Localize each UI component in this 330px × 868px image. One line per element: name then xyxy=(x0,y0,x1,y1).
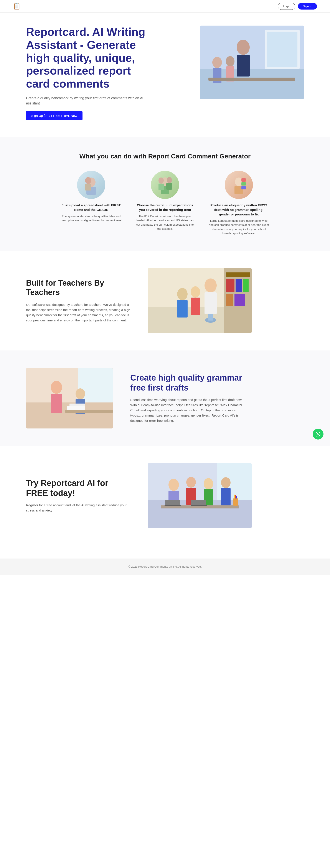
svg-point-6 xyxy=(212,57,222,68)
logo-icon: 📋 xyxy=(13,3,21,10)
feature-desc-1: The system understands the qualifier tab… xyxy=(61,214,121,223)
svg-rect-14 xyxy=(85,184,91,190)
try-desc: Register for a free account and let the … xyxy=(26,503,130,513)
svg-rect-3 xyxy=(267,32,297,67)
hero-subtitle: Create a quality benchmark by writing yo… xyxy=(26,96,148,106)
svg-point-8 xyxy=(226,56,235,66)
hero-text: Reportcard. AI Writing Assistant - Gener… xyxy=(26,26,148,120)
svg-point-17 xyxy=(159,178,164,184)
svg-rect-7 xyxy=(213,68,221,83)
svg-rect-24 xyxy=(241,182,246,186)
svg-rect-67 xyxy=(191,500,206,506)
svg-rect-51 xyxy=(67,406,85,410)
svg-rect-50 xyxy=(65,410,113,413)
footer: © 2023 Report Card Comments Online. All … xyxy=(0,559,330,575)
hero-section: Reportcard. AI Writing Assistant - Gener… xyxy=(0,12,330,137)
svg-rect-40 xyxy=(191,298,200,315)
quality-desc: Spend less time worrying about reports a… xyxy=(130,397,243,423)
svg-rect-10 xyxy=(209,78,295,81)
svg-point-35 xyxy=(204,279,217,292)
quality-title: Create high quality grammar free first d… xyxy=(130,373,243,393)
svg-point-56 xyxy=(168,479,179,491)
quality-image xyxy=(26,368,113,429)
quality-section: Create high quality grammar free first d… xyxy=(0,350,330,446)
svg-rect-20 xyxy=(166,183,172,190)
svg-rect-36 xyxy=(204,292,217,314)
feature-title-2: Choose the curriculum expectations you c… xyxy=(135,203,195,212)
svg-rect-63 xyxy=(221,488,230,505)
svg-rect-66 xyxy=(165,505,181,506)
svg-point-37 xyxy=(177,288,188,300)
feature-image-2 xyxy=(151,171,179,199)
quality-text: Create high quality grammar free first d… xyxy=(130,373,243,423)
svg-rect-32 xyxy=(243,279,249,292)
feature-image-3 xyxy=(225,171,253,199)
hero-title: Reportcard. AI Writing Assistant - Gener… xyxy=(26,26,148,90)
feature-title-3: Produce an eloquently written FIRST draf… xyxy=(209,203,269,217)
features-heading: What you can do with Report Card Comment… xyxy=(26,153,304,160)
svg-rect-42 xyxy=(208,314,213,320)
svg-point-60 xyxy=(204,478,213,489)
svg-rect-69 xyxy=(233,498,238,506)
teachers-section: Built for Teachers By Teachers Our softw… xyxy=(0,251,330,350)
svg-rect-68 xyxy=(191,505,207,506)
svg-rect-70 xyxy=(234,495,235,498)
try-title: Try Reportcard AI for FREE today! xyxy=(26,478,130,498)
svg-rect-33 xyxy=(226,294,233,306)
svg-rect-47 xyxy=(51,394,62,413)
svg-rect-31 xyxy=(236,279,242,292)
svg-rect-65 xyxy=(165,500,180,506)
feature-desc-3: Large Language models are designed to wr… xyxy=(209,219,269,236)
svg-point-62 xyxy=(221,477,230,488)
features-section: What you can do with Report Card Comment… xyxy=(0,137,330,251)
try-image xyxy=(148,463,252,528)
svg-rect-23 xyxy=(241,178,246,182)
svg-point-39 xyxy=(191,286,200,298)
svg-rect-72 xyxy=(236,496,237,498)
teachers-image xyxy=(148,268,252,333)
svg-point-4 xyxy=(237,40,250,55)
whatsapp-button[interactable] xyxy=(313,429,324,439)
feature-desc-2: The K12 Ontario curriculum has been pre-… xyxy=(135,214,195,231)
svg-rect-34 xyxy=(235,294,245,306)
try-text: Try Reportcard AI for FREE today! Regist… xyxy=(26,478,130,513)
svg-rect-52 xyxy=(70,404,85,406)
teachers-title: Built for Teachers By Teachers xyxy=(26,278,130,297)
login-button[interactable]: Login xyxy=(278,3,295,10)
trial-button[interactable]: Sign Up for a FREE TRIAL Now xyxy=(26,111,82,120)
svg-rect-71 xyxy=(235,495,236,498)
features-grid: Just upload a spreadsheet with FIRST Nam… xyxy=(26,171,304,236)
svg-rect-18 xyxy=(159,184,164,190)
svg-point-58 xyxy=(186,477,196,488)
svg-rect-5 xyxy=(237,55,250,76)
svg-point-19 xyxy=(167,177,172,183)
feature-image-1 xyxy=(77,171,105,199)
navbar-actions: Login Signup xyxy=(278,3,317,10)
feature-item-1: Just upload a spreadsheet with FIRST Nam… xyxy=(61,171,121,236)
teachers-text: Built for Teachers By Teachers Our softw… xyxy=(26,278,130,323)
signup-button[interactable]: Signup xyxy=(298,3,317,9)
svg-rect-30 xyxy=(226,279,235,292)
svg-point-48 xyxy=(76,389,85,399)
navbar: 📋 Login Signup xyxy=(0,0,330,12)
try-section: Try Reportcard AI for FREE today! Regist… xyxy=(0,446,330,546)
teachers-desc: Our software was designed by teachers fo… xyxy=(26,302,130,323)
hero-image xyxy=(200,26,304,99)
feature-item-2: Choose the curriculum expectations you c… xyxy=(135,171,195,236)
copyright-text: © 2023 Report Card Comments Online. All … xyxy=(128,565,202,568)
feature-title-1: Just upload a spreadsheet with FIRST Nam… xyxy=(61,203,121,212)
svg-point-13 xyxy=(85,177,91,184)
svg-rect-38 xyxy=(177,300,188,317)
feature-item-3: Produce an eloquently written FIRST draf… xyxy=(209,171,269,236)
svg-point-46 xyxy=(51,381,62,394)
logo: 📋 xyxy=(13,3,21,10)
svg-rect-25 xyxy=(241,186,246,189)
svg-rect-29 xyxy=(226,272,250,277)
